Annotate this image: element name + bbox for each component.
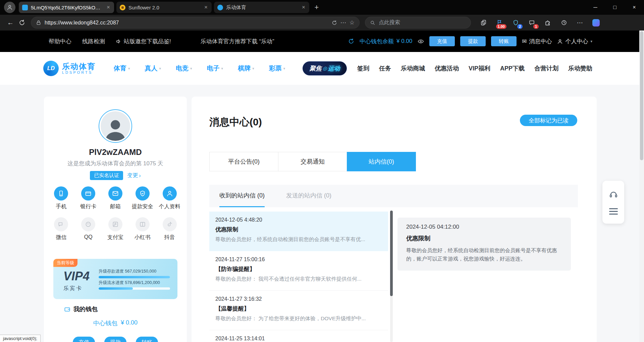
mark-all-read-button[interactable]: 全部标记为已读	[520, 115, 577, 126]
menu-cards[interactable]: 棋牌▾	[238, 64, 254, 73]
main-menu: 体育▾ 真人▾ 电竞▾ 电子▾ 棋牌▾ 彩票▾	[114, 64, 285, 73]
detail-title: 优惠限制	[406, 234, 562, 242]
customer-service-headset-icon[interactable]	[609, 190, 618, 199]
xiaohongshu-icon	[136, 217, 150, 231]
focus-sports-badge[interactable]: 聚焦 ◎ 运动	[303, 61, 347, 75]
more-menu-icon[interactable]: ⋯	[574, 17, 586, 29]
subtab-received-mail[interactable]: 收到的站内信 (0)	[219, 185, 265, 207]
social-item-alipay[interactable]: 支付宝	[102, 217, 129, 241]
nav-promos[interactable]: 优惠活动	[435, 64, 459, 72]
search-input[interactable]: 点此搜索	[365, 17, 471, 28]
security-item-email[interactable]: 邮箱	[102, 186, 129, 210]
tab-platform-announcements[interactable]: 平台公告(0)	[209, 152, 278, 171]
price-badge: 1.00	[496, 24, 506, 29]
address-bar[interactable]: https://www.ledong842.cc:2087 ⋯ ☆	[31, 17, 360, 28]
address-more-icon[interactable]: ⋯	[340, 19, 346, 26]
transfer-button[interactable]: 转账	[491, 36, 517, 46]
download-notice-link[interactable]: 站版邀您下载品鉴!	[116, 38, 171, 45]
help-center-link[interactable]: 帮助中心	[49, 38, 71, 45]
message-center-link[interactable]: ✉ 消息中心	[522, 38, 552, 45]
message-preview: 尊敬的会员您好： 我司不会透过任何非官方聊天软件提供任何...	[215, 276, 381, 283]
tab-close-icon[interactable]: ×	[204, 4, 208, 11]
message-list-scroll-thumb[interactable]	[390, 211, 393, 296]
message-list-item[interactable]: 2024-11-27 15:00:16 【防诈骗提醒】 尊敬的会员您好： 我司不…	[209, 251, 388, 291]
browser-page-scroll-thumb[interactable]	[640, 31, 643, 160]
favorite-star-icon[interactable]: ☆	[350, 19, 355, 26]
withdraw-button[interactable]: 提款	[104, 337, 126, 342]
extensions-puzzle-icon[interactable]	[541, 17, 554, 29]
subtab-sent-mail[interactable]: 发送的站内信 (0)	[286, 185, 331, 207]
security-item-bank-card[interactable]: 银行卡	[75, 186, 102, 210]
window-minimize-button[interactable]: ─	[586, 0, 605, 15]
menu-sports[interactable]: 体育▾	[114, 64, 130, 73]
new-tab-button[interactable]: +	[312, 2, 322, 12]
tab-site-mail[interactable]: 站内信(0)	[347, 152, 416, 171]
site-logo[interactable]: LD 乐动体育 LDSPORTS	[43, 61, 96, 76]
menu-hamburger-icon[interactable]	[609, 208, 618, 215]
reload-button[interactable]	[16, 17, 28, 28]
vip-level: VIP4	[63, 270, 99, 282]
social-item-xiaohongshu[interactable]: 小红书	[129, 217, 156, 241]
security-item-phone[interactable]: 手机	[48, 186, 75, 210]
tab-title: 5LmQ5Yqo5L2T6IKyfOS5kOWKqOS9...	[31, 5, 103, 10]
tab-close-icon[interactable]: ×	[106, 4, 111, 11]
nav-vip[interactable]: VIP福利	[469, 64, 490, 72]
message-list-item[interactable]: 2024-12-05 4:48:20 优惠限制 尊敬的会员您好，经系统自动检测目…	[209, 212, 388, 251]
chevron-down-icon: ▾	[221, 66, 223, 71]
page-refresh-icon[interactable]	[332, 20, 337, 25]
tab-close-icon[interactable]: ×	[301, 4, 306, 11]
deposit-button[interactable]: 充值	[429, 36, 455, 46]
douyin-icon	[163, 217, 177, 231]
social-item-wechat[interactable]: 微信	[48, 217, 75, 241]
withdraw-button[interactable]: 提款	[460, 36, 486, 46]
official-download-text: 乐动体育官方推荐下载 “乐动”	[201, 38, 274, 45]
window-maximize-button[interactable]: □	[605, 0, 625, 15]
window-close-button[interactable]: ×	[625, 0, 644, 15]
browser-tab-1[interactable]: 5LmQ5Yqo5L2T6IKyfOS5kOWKqOS9... ×	[19, 2, 114, 13]
nav-partner[interactable]: 合营计划	[534, 64, 558, 72]
security-item-withdraw-safety[interactable]: 提款安全	[129, 186, 156, 210]
menu-live[interactable]: 真人▾	[145, 64, 161, 73]
copilot-sidebar-icon[interactable]	[590, 17, 602, 29]
detail-date: 2024-12-05 04:12:00	[406, 224, 562, 230]
turnover-progress-fill	[99, 287, 133, 290]
nav-checkin[interactable]: 签到	[357, 64, 369, 72]
social-item-douyin[interactable]: 抖音	[156, 217, 183, 241]
transfer-button[interactable]: 转账	[136, 337, 158, 342]
personal-center-link[interactable]: 个人中心 ▾	[557, 38, 592, 45]
copy-pages-icon[interactable]	[477, 17, 490, 29]
nav-mall[interactable]: 乐动商城	[401, 64, 425, 72]
message-list-item[interactable]: 2024-11-25 13:14:01	[209, 330, 388, 342]
browser-profile-button[interactable]	[4, 2, 15, 13]
refresh-balance-icon[interactable]	[348, 38, 354, 44]
tab-transaction-notices[interactable]: 交易通知	[278, 152, 347, 171]
nav-tasks[interactable]: 任务	[379, 64, 391, 72]
chevron-down-icon: ▾	[590, 39, 592, 44]
deposit-progress-label: 升级存款进度 567,029/150,000	[99, 269, 170, 274]
nav-sponsor[interactable]: 乐动赞助	[568, 64, 592, 72]
eye-icon[interactable]	[418, 38, 424, 45]
download-notice-text: 站版邀您下载品鉴!	[124, 38, 171, 45]
back-button[interactable]: ←	[5, 17, 16, 28]
change-link[interactable]: 变更›	[127, 172, 141, 179]
message-title: 优惠限制	[215, 226, 382, 233]
history-clock-icon[interactable]	[557, 17, 570, 29]
my-wallet-title: 我的钱包	[64, 305, 98, 313]
chevron-down-icon: ▾	[190, 66, 192, 71]
message-date: 2024-11-27 3:16:32	[215, 296, 382, 302]
line-check-link[interactable]: 线路检测	[82, 38, 105, 45]
menu-lottery[interactable]: 彩票▾	[269, 64, 285, 73]
wallet-extension-icon[interactable]: 1.00	[493, 17, 506, 29]
message-list-item[interactable]: 2024-11-27 3:16:32 【温馨提醒】 尊敬的会员您好： 为了给您带…	[209, 291, 388, 330]
social-item-qq[interactable]: QQ	[75, 217, 102, 241]
nav-app-download[interactable]: APP下载	[500, 64, 525, 72]
security-item-personal-info[interactable]: 个人资料	[156, 186, 183, 210]
speaker-icon	[116, 39, 121, 44]
deposit-button[interactable]: 充值	[73, 337, 95, 342]
browser-tab-2[interactable]: Sunflower 2.0 ×	[116, 2, 212, 13]
shield-extension-icon[interactable]: 2	[509, 17, 522, 29]
browser-tab-3[interactable]: 乐动体育 ×	[214, 2, 309, 13]
menu-esports[interactable]: 电竞▾	[176, 64, 192, 73]
menu-slots[interactable]: 电子▾	[207, 64, 223, 73]
chat-extension-icon[interactable]: 1	[525, 17, 538, 29]
